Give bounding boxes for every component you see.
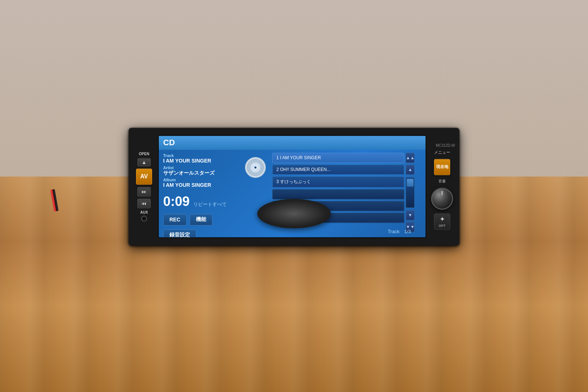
aux-section: AUX: [140, 210, 148, 221]
album-block: Album I AM YOUR SINGER: [163, 178, 241, 188]
left-panel: OPEN ▲ AV ⏭ ⏮ AUX: [133, 152, 155, 221]
album-name: I AM YOUR SINGER: [163, 182, 241, 188]
scroll-controls: ▲▲ ▲ ▼ ▼▼: [406, 153, 415, 232]
cd-header: CD: [159, 136, 426, 150]
button-row-2: 録音設定: [163, 229, 266, 238]
button-row-1: REC 機能: [163, 214, 266, 226]
prev-track-button[interactable]: ⏮: [137, 199, 151, 208]
opt-star-icon: ✦: [440, 215, 445, 223]
track-list-item[interactable]: 1 I AM YOUR SINGER: [272, 153, 404, 163]
scroll-top-button[interactable]: ▲▲: [406, 153, 415, 163]
location-button[interactable]: 現在地: [434, 159, 450, 175]
scene: OPEN ▲ AV ⏭ ⏮ AUX CD Trac: [0, 0, 588, 392]
model-number: MC312D-W: [436, 143, 455, 147]
rec-button[interactable]: REC: [163, 214, 187, 226]
function-button[interactable]: 機能: [190, 214, 212, 226]
aux-label: AUX: [140, 210, 148, 214]
cd-disc-icon: [244, 156, 266, 178]
track-list-item[interactable]: 2 OH!! SUMMER QUEEN...: [272, 164, 404, 175]
track-text: Track I AM YOUR SINGER Artist サザンオールスターズ…: [163, 153, 241, 189]
mode-title: CD: [163, 138, 175, 147]
artist-label: Artist: [163, 165, 241, 170]
opt-label: OPT: [439, 224, 446, 228]
record-settings-button[interactable]: 録音設定: [163, 229, 196, 238]
artist-name: サザンオールスターズ: [163, 170, 241, 176]
svg-point-4: [254, 166, 257, 168]
av-button[interactable]: AV: [136, 168, 152, 185]
menu-label: メニュー: [434, 150, 450, 155]
time-display: 0:09 リピートすべて: [163, 194, 266, 210]
repeat-text: リピートすべて: [193, 202, 227, 208]
album-label: Album: [163, 178, 241, 182]
time-value: 0:09: [163, 194, 190, 210]
next-track-button[interactable]: ⏭: [137, 187, 151, 196]
scroll-thumb: [407, 179, 413, 186]
scroll-down-button[interactable]: ▼: [406, 210, 415, 220]
track-counter: Track 1/3: [388, 228, 411, 235]
track-info: Track I AM YOUR SINGER Artist サザンオールスターズ…: [163, 153, 266, 189]
volume-label: 音量: [438, 179, 446, 184]
track-name: I AM YOUR SINGER: [163, 158, 241, 164]
artist-block: Artist サザンオールスターズ: [163, 165, 241, 176]
open-label: OPEN: [139, 152, 149, 156]
right-panel: MC312D-W メニュー 現在地 音量 ✦ OPT: [429, 143, 455, 229]
eject-button[interactable]: ▲: [137, 158, 151, 166]
info-panel: Track I AM YOUR SINGER Artist サザンオールスターズ…: [159, 150, 271, 235]
track-block: Track I AM YOUR SINGER: [163, 153, 241, 164]
track-label: Track: [163, 153, 241, 158]
stereo-stand: [257, 199, 331, 228]
scroll-bar: [406, 177, 415, 208]
track-list-item[interactable]: 3 すけっちぶっく: [272, 176, 404, 188]
volume-knob[interactable]: [431, 188, 453, 210]
track-list-item[interactable]: [272, 189, 404, 199]
opt-button[interactable]: ✦ OPT: [434, 213, 450, 229]
scroll-up-button[interactable]: ▲: [406, 164, 415, 175]
aux-port[interactable]: [141, 215, 147, 221]
